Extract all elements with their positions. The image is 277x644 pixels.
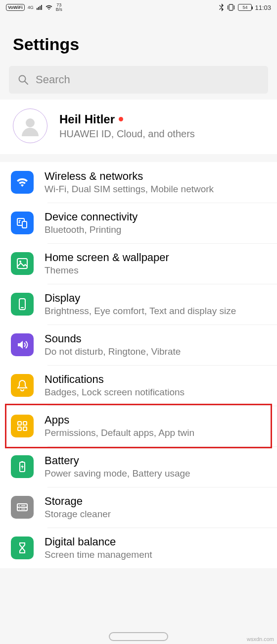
status-right: 54 11:03 (219, 3, 271, 11)
item-texts: StorageStorage cleaner (45, 495, 265, 520)
sounds-icon (11, 333, 34, 356)
item-subtitle: Brightness, Eye comfort, Text and displa… (45, 306, 265, 317)
item-texts: SoundsDo not disturb, Ringtone, Vibrate (45, 332, 265, 357)
bluetooth-icon (219, 3, 224, 11)
settings-list: Wireless & networksWi-Fi, Dual SIM setti… (0, 162, 277, 568)
svg-point-10 (19, 261, 21, 263)
svg-rect-16 (23, 427, 27, 430)
settings-item-wireless[interactable]: Wireless & networksWi-Fi, Dual SIM setti… (0, 162, 277, 203)
item-subtitle: Bluetooth, Printing (45, 224, 265, 235)
notifications-icon (11, 374, 34, 397)
item-title: Notifications (45, 373, 265, 386)
settings-item-sounds[interactable]: SoundsDo not disturb, Ringtone, Vibrate (0, 324, 277, 365)
digital-balance-icon (11, 537, 34, 559)
svg-point-21 (19, 505, 20, 506)
item-subtitle: Badges, Lock screen notifications (45, 387, 265, 398)
vowifi-badge: VoWiFi (6, 4, 25, 11)
svg-rect-0 (229, 4, 233, 10)
wifi-icon (11, 171, 34, 194)
search-placeholder: Search (36, 73, 70, 86)
item-title: Display (45, 292, 265, 305)
account-row[interactable]: Heil Hitler HUAWEI ID, Cloud, and others (0, 100, 277, 154)
item-texts: BatteryPower saving mode, Battery usage (45, 454, 265, 479)
item-texts: Device connectivityBluetooth, Printing (45, 211, 265, 235)
account-name: Heil Hitler (59, 112, 265, 126)
avatar (13, 108, 47, 143)
item-title: Digital balance (45, 536, 265, 548)
status-time: 11:03 (255, 4, 271, 11)
apps-icon (11, 415, 34, 437)
search-bar[interactable]: Search (9, 66, 268, 94)
svg-point-5 (26, 118, 35, 127)
item-subtitle: Do not disturb, Ringtone, Vibrate (45, 346, 265, 357)
svg-rect-15 (18, 427, 21, 430)
item-title: Wireless & networks (45, 170, 265, 183)
settings-item-display[interactable]: DisplayBrightness, Eye comfort, Text and… (0, 284, 277, 324)
settings-item-notifications[interactable]: NotificationsBadges, Lock screen notific… (0, 365, 277, 406)
settings-item-apps[interactable]: AppsPermissions, Default apps, App twin (0, 406, 277, 446)
item-title: Storage (45, 495, 265, 508)
battery-icon (11, 455, 34, 478)
storage-icon (11, 496, 34, 519)
signal-icon (37, 5, 42, 10)
svg-rect-7 (22, 221, 27, 228)
item-subtitle: Storage cleaner (45, 509, 265, 520)
item-title: Battery (45, 454, 265, 467)
item-texts: Wireless & networksWi-Fi, Dual SIM setti… (45, 170, 265, 195)
svg-rect-13 (18, 422, 21, 425)
item-title: Apps (45, 414, 265, 427)
item-texts: NotificationsBadges, Lock screen notific… (45, 373, 265, 398)
item-texts: AppsPermissions, Default apps, App twin (45, 414, 265, 438)
svg-rect-9 (17, 259, 27, 268)
status-left: VoWiFi 4G 73 B/s (6, 3, 62, 12)
page-title: Settings (0, 15, 277, 66)
watermark: wsxdn.com (247, 636, 274, 642)
item-texts: Home screen & wallpaperThemes (45, 251, 265, 276)
device-connectivity-icon (11, 212, 34, 234)
nav-indicator[interactable] (109, 632, 168, 641)
settings-item-device-connectivity[interactable]: Device connectivityBluetooth, Printing (0, 203, 277, 243)
svg-point-22 (19, 509, 20, 510)
item-subtitle: Themes (45, 265, 265, 276)
account-texts: Heil Hitler HUAWEI ID, Cloud, and others (59, 112, 265, 140)
status-bar: VoWiFi 4G 73 B/s 54 11:03 (0, 0, 277, 15)
item-texts: Digital balanceScreen time management (45, 536, 265, 560)
notification-dot-icon (119, 117, 123, 121)
network-label: 4G (28, 5, 34, 9)
settings-item-home-screen[interactable]: Home screen & wallpaperThemes (0, 243, 277, 284)
item-subtitle: Permissions, Default apps, App twin (45, 428, 265, 438)
vibrate-icon (227, 4, 235, 11)
battery-icon: 54 (238, 4, 252, 11)
item-subtitle: Screen time management (45, 549, 265, 560)
wifi-status-icon (45, 4, 53, 10)
display-icon (11, 293, 34, 316)
settings-item-battery[interactable]: BatteryPower saving mode, Battery usage (0, 446, 277, 487)
settings-item-storage[interactable]: StorageStorage cleaner (0, 487, 277, 528)
wallpaper-icon (11, 252, 34, 275)
item-subtitle: Power saving mode, Battery usage (45, 468, 265, 479)
network-speed: 73 B/s (56, 3, 62, 12)
item-title: Device connectivity (45, 211, 265, 223)
svg-line-4 (25, 81, 28, 84)
svg-rect-14 (23, 422, 27, 425)
item-title: Home screen & wallpaper (45, 251, 265, 264)
settings-item-digital-balance[interactable]: Digital balanceScreen time management (0, 528, 277, 568)
item-title: Sounds (45, 332, 265, 345)
item-texts: DisplayBrightness, Eye comfort, Text and… (45, 292, 265, 317)
item-subtitle: Wi-Fi, Dual SIM settings, Mobile network (45, 184, 265, 195)
search-icon (18, 74, 29, 85)
svg-rect-18 (21, 461, 23, 463)
account-subtitle: HUAWEI ID, Cloud, and others (59, 128, 265, 140)
